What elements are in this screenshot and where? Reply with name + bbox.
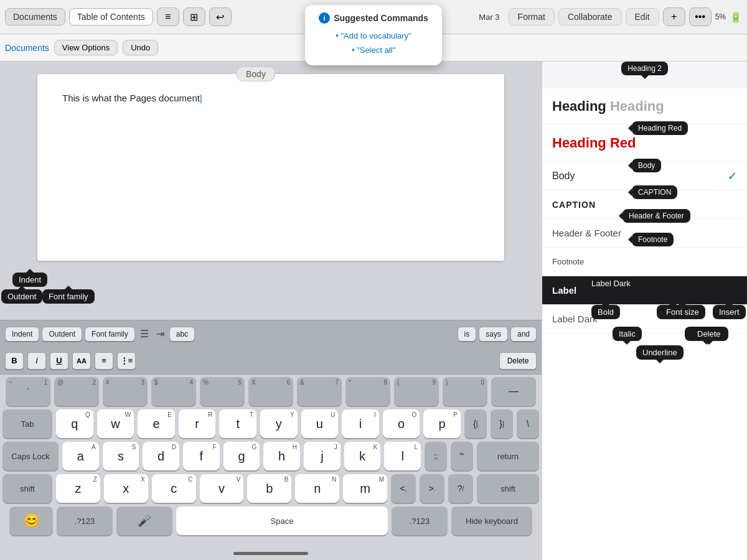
style-item-heading[interactable]: Heading Heading (542, 88, 747, 124)
and-suggestion[interactable]: and (510, 327, 537, 342)
undo-button[interactable]: Undo (123, 40, 158, 55)
key-2[interactable]: @ 2 (54, 377, 99, 406)
key-d[interactable]: Dd (143, 442, 179, 470)
key-e[interactable]: Ee (138, 409, 175, 438)
a-row: Caps Lock Aa Ss Dd Ff Gg Hh Jj Kk Ll :; … (2, 442, 539, 470)
key-hide-keyboard[interactable]: Hide keyboard (451, 506, 532, 535)
format-button[interactable]: Format (509, 8, 555, 26)
style-item-label[interactable]: Label (542, 276, 747, 305)
key-dictate[interactable]: 🎤 (116, 506, 172, 535)
key-4[interactable]: $ 4 (151, 377, 196, 406)
key-z[interactable]: Zz (56, 474, 100, 503)
key-shift-right[interactable]: shift (477, 474, 539, 503)
is-suggestion[interactable]: is (458, 327, 477, 342)
key-3[interactable]: # 3 (103, 377, 148, 406)
underline-button[interactable]: U (50, 352, 68, 370)
bold-button[interactable]: B (5, 352, 24, 370)
key-s[interactable]: Ss (103, 442, 139, 470)
font-family-button[interactable]: Font family (85, 327, 135, 342)
key-l[interactable]: Ll (384, 442, 421, 470)
more-button[interactable]: ••• (689, 7, 712, 26)
more-format-button[interactable]: ⋮≡ (117, 352, 136, 370)
key-semicolon[interactable]: :; (425, 442, 447, 470)
z-row: shift Zz Xx Cc Vv Bb Nn Mm <, >. ?/ shif… (2, 474, 539, 503)
key-x[interactable]: Xx (104, 474, 148, 503)
suggested-item-2[interactable]: • "Select all" (316, 43, 431, 57)
q-row: Tab Qq Ww Ee Rr Tt Yy Uu Ii Oo Pp {[ }] … (2, 409, 539, 438)
indent-button[interactable]: Indent (5, 327, 39, 342)
key-space[interactable]: Space (176, 506, 388, 535)
insert-button[interactable]: + (663, 7, 685, 26)
key-9[interactable]: ( 9 (394, 377, 439, 406)
key-dash[interactable]: — (491, 377, 536, 406)
key-k[interactable]: Kk (344, 442, 381, 470)
abc-btn[interactable]: abc (169, 327, 195, 342)
documents-nav-button[interactable]: Documents (5, 43, 49, 53)
key-o[interactable]: Oo (383, 409, 420, 438)
undo-icon-button[interactable]: ↩ (209, 7, 232, 26)
key-quote[interactable]: "' (451, 442, 473, 470)
key-u[interactable]: Uu (301, 409, 339, 438)
header-footer-tooltip: Header & Footer (622, 209, 690, 223)
key-c[interactable]: Cc (152, 474, 196, 503)
doc-page[interactable]: This is what the Pages document (37, 74, 504, 261)
documents-button[interactable]: Documents (5, 8, 65, 26)
key-n[interactable]: Nn (295, 474, 339, 503)
key-period[interactable]: >. (420, 474, 444, 503)
key-num-toggle-right[interactable]: .?123 (392, 506, 448, 535)
suggested-item-1[interactable]: • "Add to vocabulary" (316, 29, 431, 43)
key-6[interactable]: X 6 (248, 377, 293, 406)
view-options-button[interactable]: View Options (54, 40, 118, 55)
key-t[interactable]: Tt (219, 409, 256, 438)
key-slash[interactable]: ?/ (448, 474, 473, 503)
key-emoji[interactable]: 😊 (9, 506, 53, 535)
key-v[interactable]: Vv (200, 474, 244, 503)
key-8[interactable]: * 8 (345, 377, 390, 406)
key-1[interactable]: ~ 1 ` (6, 377, 50, 406)
collaborate-button[interactable]: Collaborate (558, 8, 622, 26)
key-q[interactable]: Qq (56, 409, 93, 438)
suggested-commands-popup: i Suggested Commands • "Add to vocabular… (305, 5, 442, 65)
key-return[interactable]: return (477, 442, 539, 470)
outdent-button[interactable]: Outdent (42, 327, 82, 342)
key-7[interactable]: & 7 (297, 377, 342, 406)
italic-button[interactable]: I (27, 352, 46, 370)
aa-button[interactable]: AA (72, 352, 91, 370)
key-tab[interactable]: Tab (2, 409, 52, 438)
key-brace-close[interactable]: }] (491, 409, 513, 438)
list-icon-button[interactable]: ≡ (157, 7, 179, 26)
style-label-dark-label: Label Dark (552, 314, 598, 324)
key-g[interactable]: Gg (223, 442, 260, 470)
key-b[interactable]: Bb (247, 474, 291, 503)
style-item-footnote[interactable]: Footnote (542, 248, 747, 276)
key-comma[interactable]: <, (391, 474, 416, 503)
align-button[interactable]: ≡ (95, 352, 113, 370)
key-m[interactable]: Mm (343, 474, 387, 503)
key-w[interactable]: Ww (97, 409, 134, 438)
key-brace-open[interactable]: {[ (464, 409, 487, 438)
home-bar-area (0, 541, 542, 560)
key-r[interactable]: Rr (179, 409, 216, 438)
key-j[interactable]: Jj (304, 442, 341, 470)
key-y[interactable]: Yy (260, 409, 298, 438)
key-5[interactable]: % 5 (200, 377, 245, 406)
delete-button[interactable]: Delete (499, 352, 537, 370)
key-p[interactable]: Pp (423, 409, 461, 438)
key-caps[interactable]: Caps Lock (2, 442, 59, 470)
view-icon-button[interactable]: ⊞ (183, 7, 205, 26)
key-f[interactable]: Ff (183, 442, 220, 470)
style-item-label-dark[interactable]: Label Dark (542, 305, 747, 334)
key-i[interactable]: Ii (342, 409, 379, 438)
key-a[interactable]: Aa (62, 442, 99, 470)
body-pill[interactable]: Body (237, 67, 275, 82)
time-display: Mar 3 (479, 12, 499, 22)
style-heading-red-label: Heading Red (552, 135, 636, 151)
says-suggestion[interactable]: says (479, 327, 508, 342)
key-num-toggle-left[interactable]: .?123 (57, 506, 113, 535)
table-of-contents-button[interactable]: Table of Contents (69, 8, 153, 26)
key-backslash[interactable]: \ (517, 409, 539, 438)
key-shift-left[interactable]: shift (2, 474, 52, 503)
key-h[interactable]: Hh (263, 442, 300, 470)
key-0[interactable]: ) 0 (443, 377, 487, 406)
edit-button[interactable]: Edit (626, 8, 659, 26)
